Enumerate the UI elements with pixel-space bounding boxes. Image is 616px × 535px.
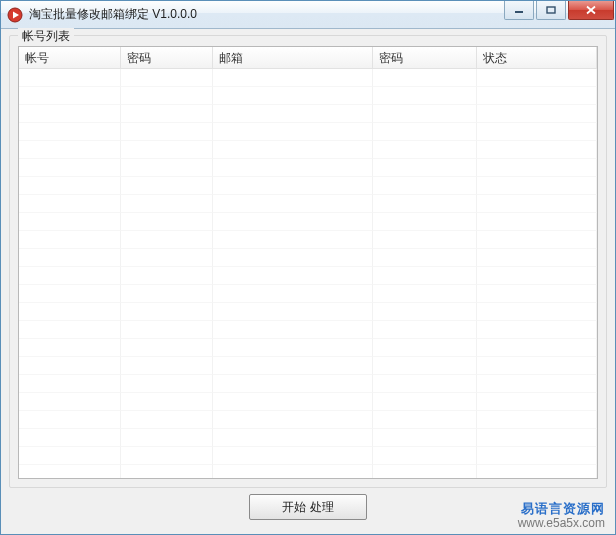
table-row[interactable] <box>19 141 597 159</box>
table-row[interactable] <box>19 321 597 339</box>
svg-rect-2 <box>515 11 523 13</box>
window-title: 淘宝批量修改邮箱绑定 V1.0.0.0 <box>29 6 502 23</box>
table-row[interactable] <box>19 213 597 231</box>
app-icon <box>7 7 23 23</box>
table-row[interactable] <box>19 393 597 411</box>
listview-header: 帐号 密码 邮箱 密码 状态 <box>19 47 597 69</box>
table-row[interactable] <box>19 447 597 465</box>
col-header-status[interactable]: 状态 <box>477 47 597 68</box>
close-button[interactable] <box>568 1 614 20</box>
col-header-password[interactable]: 密码 <box>121 47 213 68</box>
table-row[interactable] <box>19 303 597 321</box>
table-row[interactable] <box>19 267 597 285</box>
col-header-password2[interactable]: 密码 <box>373 47 477 68</box>
minimize-button[interactable] <box>504 1 534 20</box>
table-row[interactable] <box>19 105 597 123</box>
account-list-group: 帐号列表 帐号 密码 邮箱 密码 状态 <box>9 35 607 488</box>
listview-body[interactable] <box>19 69 597 478</box>
table-row[interactable] <box>19 429 597 447</box>
table-row[interactable] <box>19 69 597 87</box>
maximize-button[interactable] <box>536 1 566 20</box>
table-row[interactable] <box>19 249 597 267</box>
start-process-button[interactable]: 开始 处理 <box>249 494 367 520</box>
table-row[interactable] <box>19 285 597 303</box>
window-controls <box>502 1 615 28</box>
table-row[interactable] <box>19 195 597 213</box>
col-header-account[interactable]: 帐号 <box>19 47 121 68</box>
col-header-email[interactable]: 邮箱 <box>213 47 373 68</box>
table-row[interactable] <box>19 339 597 357</box>
table-row[interactable] <box>19 177 597 195</box>
table-row[interactable] <box>19 465 597 478</box>
table-row[interactable] <box>19 87 597 105</box>
table-row[interactable] <box>19 411 597 429</box>
client-area: 帐号列表 帐号 密码 邮箱 密码 状态 开始 处理 易语言资源网 www.e5a… <box>1 29 615 534</box>
account-listview[interactable]: 帐号 密码 邮箱 密码 状态 <box>18 46 598 479</box>
table-row[interactable] <box>19 159 597 177</box>
table-row[interactable] <box>19 123 597 141</box>
table-row[interactable] <box>19 357 597 375</box>
table-row[interactable] <box>19 231 597 249</box>
app-window: 淘宝批量修改邮箱绑定 V1.0.0.0 帐号列表 帐号 密码 <box>0 0 616 535</box>
groupbox-label: 帐号列表 <box>18 28 74 45</box>
titlebar[interactable]: 淘宝批量修改邮箱绑定 V1.0.0.0 <box>1 1 615 29</box>
bottom-bar: 开始 处理 <box>9 488 607 526</box>
svg-rect-3 <box>547 7 555 13</box>
table-row[interactable] <box>19 375 597 393</box>
